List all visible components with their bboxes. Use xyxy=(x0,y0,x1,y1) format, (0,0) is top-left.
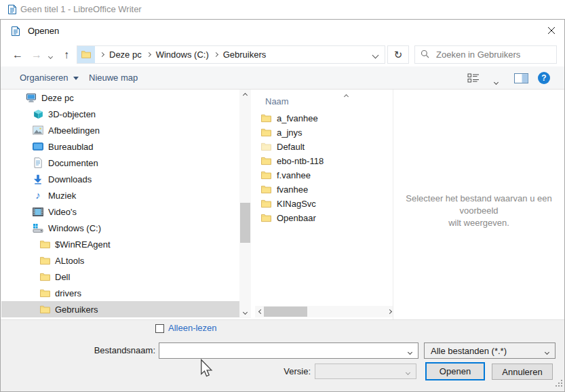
file-name: Default xyxy=(277,142,305,152)
chevron-down-icon[interactable] xyxy=(408,346,412,356)
sidebar-item-drivers[interactable]: drivers xyxy=(1,285,239,301)
view-mode-dropdown-button[interactable] xyxy=(494,76,498,86)
breadcrumb-separator-icon xyxy=(147,53,151,56)
preview-pane: Selecteer het bestand waarvan u een voor… xyxy=(393,90,564,319)
folder-icon xyxy=(261,185,271,194)
background-window-titlebar: Geen titel 1 - LibreOffice Writer xyxy=(0,0,565,19)
sidebar-item-bureaublad[interactable]: Bureaublad xyxy=(1,138,239,155)
open-button[interactable]: Openen xyxy=(425,362,485,380)
file-list-horizontal-scrollbar[interactable] xyxy=(255,306,393,317)
video-icon xyxy=(33,206,43,217)
computer-icon xyxy=(26,92,37,103)
refresh-button[interactable] xyxy=(387,45,409,64)
sidebar-item-documenten[interactable]: Documenten xyxy=(1,155,239,171)
sidebar-item-winreagent[interactable]: $WinREAgent xyxy=(1,236,239,252)
drive-icon xyxy=(33,222,43,233)
scroll-down-button[interactable] xyxy=(239,307,251,318)
cancel-button[interactable]: Annuleren xyxy=(492,364,553,380)
sidebar-item-deze-pc[interactable]: Deze pc xyxy=(1,90,239,106)
filename-label: Bestandsnaam: xyxy=(82,342,155,359)
folder-icon xyxy=(261,114,271,123)
dropdown-arrow-icon xyxy=(73,77,79,80)
sidebar-item-label: Afbeeldingen xyxy=(48,125,100,136)
view-mode-button[interactable] xyxy=(467,73,480,85)
3d-cube-icon xyxy=(33,109,43,119)
hidden-folder-icon xyxy=(261,142,271,151)
list-item[interactable]: a_jnys xyxy=(255,125,393,140)
list-item[interactable]: KINagSvc xyxy=(255,197,393,211)
file-name: Openbaar xyxy=(277,213,316,223)
breadcrumb-item-gebruikers[interactable]: Gebruikers xyxy=(223,50,267,60)
desktop-icon xyxy=(33,141,43,152)
filename-combobox[interactable] xyxy=(159,342,418,359)
sidebar-item-label: $WinREAgent xyxy=(55,239,111,250)
forward-button[interactable] xyxy=(28,45,45,64)
documents-icon xyxy=(33,157,43,168)
breadcrumb-separator-icon xyxy=(100,53,104,56)
help-button[interactable] xyxy=(538,72,550,84)
list-item[interactable]: f.vanhee xyxy=(255,168,393,182)
dialog-titlebar[interactable]: Openen xyxy=(1,20,564,43)
download-arrow-icon xyxy=(33,174,43,184)
current-folder-icon[interactable] xyxy=(77,46,95,63)
version-combobox[interactable] xyxy=(315,364,416,379)
scrollbar-thumb[interactable] xyxy=(240,203,250,243)
filename-input[interactable] xyxy=(163,345,403,357)
sort-ascending-icon xyxy=(345,90,348,100)
list-item[interactable]: a_fvanhee xyxy=(255,111,393,125)
list-item[interactable]: ebo-ntb-118 xyxy=(255,154,393,168)
search-input[interactable] xyxy=(435,49,557,60)
sidebar-item-label: Muziek xyxy=(48,191,76,201)
sidebar-item-muziek[interactable]: Muziek xyxy=(1,187,239,203)
chevron-down-icon xyxy=(545,346,549,356)
readonly-checkbox[interactable] xyxy=(155,324,164,333)
list-item[interactable]: Openbaar xyxy=(255,211,393,225)
sidebar-item-label: Video's xyxy=(48,207,77,217)
chevron-up-icon xyxy=(243,93,248,98)
sidebar-item-videos[interactable]: Video's xyxy=(1,203,239,220)
close-button[interactable] xyxy=(539,20,564,42)
chevron-right-icon xyxy=(387,309,392,314)
preview-pane-icon xyxy=(514,75,528,85)
back-button[interactable] xyxy=(9,45,26,64)
preview-pane-button[interactable] xyxy=(514,73,528,85)
file-name: fvanhee xyxy=(277,184,308,195)
address-dropdown-button[interactable] xyxy=(373,50,378,60)
folder-icon xyxy=(39,255,50,266)
column-header-name[interactable]: Naam xyxy=(265,96,289,106)
scrollbar-thumb[interactable] xyxy=(264,307,307,317)
file-name: f.vanhee xyxy=(277,170,311,180)
sidebar-item-label: Windows (C:) xyxy=(48,223,101,233)
organize-menu-button[interactable]: Organiseren xyxy=(20,66,79,90)
scroll-up-button[interactable] xyxy=(239,90,251,101)
readonly-label[interactable]: Alleen-lezen xyxy=(168,323,217,333)
writer-document-icon xyxy=(10,26,21,37)
list-item[interactable]: fvanhee xyxy=(255,182,393,197)
sidebar-item-gebruikers[interactable]: Gebruikers xyxy=(1,301,239,317)
list-item[interactable]: Default xyxy=(255,140,393,154)
filetype-combobox[interactable]: Alle bestanden (*.*) xyxy=(424,342,556,359)
up-button[interactable] xyxy=(58,45,75,64)
search-box[interactable] xyxy=(414,45,557,64)
recent-locations-button[interactable] xyxy=(44,45,56,64)
cancel-button-label: Annuleren xyxy=(502,367,542,377)
sidebar-item-altools[interactable]: ALtools xyxy=(1,252,239,269)
resize-grip[interactable] xyxy=(554,378,563,389)
breadcrumb-item-windows-c[interactable]: Windows (C:) xyxy=(156,50,209,60)
new-folder-button[interactable]: Nieuwe map xyxy=(89,66,138,90)
command-bar: Organiseren Nieuwe map xyxy=(1,66,564,90)
sidebar-item-label: Deze pc xyxy=(41,93,74,103)
file-name: ebo-ntb-118 xyxy=(277,156,324,166)
breadcrumb[interactable]: Deze pc Windows (C:) Gebruikers xyxy=(77,45,385,64)
sidebar-item-dell[interactable]: Dell xyxy=(1,269,239,285)
sidebar-item-afbeeldingen[interactable]: Afbeeldingen xyxy=(1,122,239,138)
folder-icon xyxy=(261,171,271,180)
tree-scrollbar[interactable] xyxy=(239,90,251,318)
breadcrumb-item-deze-pc[interactable]: Deze pc xyxy=(109,50,142,60)
sidebar-item-3d-objecten[interactable]: 3D-objecten xyxy=(1,106,239,122)
chevron-down-icon xyxy=(494,80,499,85)
sidebar-item-windows-c[interactable]: Windows (C:) xyxy=(1,220,239,236)
open-button-label: Openen xyxy=(440,366,471,376)
sidebar-item-downloads[interactable]: Downloads xyxy=(1,171,239,187)
details-view-icon xyxy=(467,75,480,85)
